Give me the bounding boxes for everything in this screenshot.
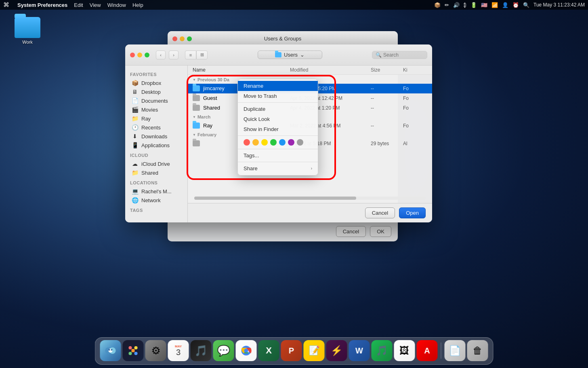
sidebar-documents-label: Documents bbox=[141, 98, 168, 104]
finder-scrollbar-thumb bbox=[194, 197, 356, 200]
user-icon[interactable]: 👤 bbox=[502, 2, 508, 8]
cm-item-show-in-finder[interactable]: Show in Finder bbox=[238, 124, 318, 134]
dock-item-calendar[interactable]: MAY 3 bbox=[168, 340, 189, 361]
sidebar-item-movies[interactable]: 🎬 Movies bbox=[127, 105, 186, 114]
finder-close-button[interactable] bbox=[130, 53, 135, 57]
volume-icon[interactable]: 🔊 bbox=[453, 2, 460, 8]
cm-item-duplicate[interactable]: Duplicate bbox=[238, 104, 318, 114]
dock-item-launchpad[interactable] bbox=[123, 340, 144, 361]
finder-search-input[interactable] bbox=[383, 52, 424, 58]
apple-menu[interactable]: ⌘ bbox=[3, 1, 9, 8]
sidebar-network-label: Network bbox=[141, 197, 161, 203]
dock-item-sysprefs[interactable]: ⚙ bbox=[145, 340, 166, 361]
dock-item-ppt[interactable]: P bbox=[281, 340, 302, 361]
desktop-folder-work[interactable]: Work bbox=[11, 17, 44, 44]
cm-item-rename[interactable]: Rename bbox=[238, 81, 318, 91]
rachels-mac-icon: 💻 bbox=[132, 188, 138, 195]
ug-minimize-button[interactable] bbox=[180, 36, 185, 41]
sidebar-movies-label: Movies bbox=[141, 107, 158, 113]
cm-color-blue[interactable] bbox=[279, 139, 286, 146]
dock-item-chrome[interactable] bbox=[236, 340, 257, 361]
dock-item-quicklook[interactable]: 📄 bbox=[445, 340, 466, 361]
menubar: ⌘ System Preferences Edit View Window He… bbox=[0, 0, 588, 10]
dock-item-acrobat[interactable]: A bbox=[417, 340, 438, 361]
dock-messages-icon: 💬 bbox=[213, 340, 234, 361]
sidebar-item-shared[interactable]: 📁 Shared bbox=[127, 168, 186, 177]
dock-item-preview[interactable]: 🖼 bbox=[394, 340, 415, 361]
section-label-february: February bbox=[197, 132, 216, 137]
dock-item-trash[interactable]: 🗑 bbox=[467, 340, 488, 361]
col-kind-header[interactable]: Ki bbox=[403, 67, 427, 73]
menubar-window[interactable]: Window bbox=[107, 2, 126, 8]
finder-cancel-button[interactable]: Cancel bbox=[365, 207, 395, 218]
ug-ok-button[interactable]: OK bbox=[370, 226, 391, 237]
cm-color-gray[interactable] bbox=[297, 139, 303, 146]
col-modified-header[interactable]: Modified bbox=[290, 67, 371, 73]
dock-chrome-icon bbox=[236, 340, 257, 361]
section-label-march: March bbox=[197, 114, 210, 119]
menubar-help[interactable]: Help bbox=[132, 2, 143, 8]
dock-finder-icon bbox=[100, 340, 121, 361]
sidebar-item-downloads[interactable]: ⬇ Downloads bbox=[127, 132, 186, 141]
sidebar-item-ray[interactable]: 📁 Ray bbox=[127, 114, 186, 123]
col-name-header[interactable]: Name bbox=[193, 67, 290, 73]
cm-item-tags[interactable]: Tags... bbox=[238, 150, 318, 161]
finder-search-icon: 🔍 bbox=[376, 52, 382, 58]
finder-scrollbar[interactable] bbox=[194, 197, 426, 200]
documents-sidebar-icon: 📄 bbox=[132, 97, 138, 104]
cm-item-quick-look[interactable]: Quick Look bbox=[238, 114, 318, 124]
wifi-icon[interactable]: 📶 bbox=[491, 2, 498, 8]
col-size-header[interactable]: Size bbox=[371, 67, 403, 73]
sidebar-item-icloud-drive[interactable]: ☁ iCloud Drive bbox=[127, 159, 186, 168]
menubar-edit[interactable]: Edit bbox=[74, 2, 83, 8]
sidebar-shared-label: Shared bbox=[141, 170, 158, 176]
cm-color-purple[interactable] bbox=[288, 139, 294, 146]
ug-zoom-button[interactable] bbox=[187, 36, 192, 41]
dock-item-notes[interactable]: 📝 bbox=[304, 340, 325, 361]
dock-item-word[interactable]: W bbox=[349, 340, 370, 361]
cm-item-move-to-trash[interactable]: Move to Trash bbox=[238, 91, 318, 101]
sidebar-item-recents[interactable]: 🕐 Recents bbox=[127, 123, 186, 132]
dock-item-slack[interactable]: ⚡ bbox=[326, 340, 347, 361]
finder-zoom-button[interactable] bbox=[145, 53, 149, 57]
sidebar-item-documents[interactable]: 📄 Documents bbox=[127, 96, 186, 105]
dock-item-music[interactable]: 🎵 bbox=[191, 340, 212, 361]
edit-icon: ✏ bbox=[445, 2, 449, 8]
cm-color-green[interactable] bbox=[270, 139, 277, 146]
dock-item-excel[interactable]: X bbox=[258, 340, 279, 361]
finder-search-box[interactable]: 🔍 bbox=[372, 51, 427, 59]
file-size-shared: -- bbox=[371, 105, 403, 111]
dock-item-finder[interactable] bbox=[100, 340, 121, 361]
search-icon[interactable]: 🔍 bbox=[523, 2, 529, 8]
section-triangle-february: ▼ bbox=[193, 133, 196, 137]
finder-path-pill[interactable]: Users ⌄ bbox=[258, 51, 322, 59]
cm-color-tags bbox=[238, 137, 318, 148]
cm-color-red[interactable] bbox=[244, 139, 250, 146]
file-icon-ray bbox=[193, 123, 200, 129]
menubar-app-name[interactable]: System Preferences bbox=[17, 2, 67, 8]
cm-color-yellow[interactable] bbox=[261, 139, 268, 146]
ug-close-button[interactable] bbox=[172, 36, 177, 41]
cm-color-orange[interactable] bbox=[252, 139, 259, 146]
menubar-view[interactable]: View bbox=[90, 2, 101, 8]
dock-item-spotify[interactable]: 🎵 bbox=[372, 340, 393, 361]
clock-icon: ⏰ bbox=[512, 2, 519, 8]
dock-acrobat-icon: A bbox=[417, 340, 438, 361]
sidebar-item-applications[interactable]: 📱 Applications bbox=[127, 141, 186, 150]
sidebar-item-rachels-mac[interactable]: 💻 Rachel's M... bbox=[127, 187, 186, 196]
cm-share-label: Share bbox=[244, 165, 258, 171]
finder-list-view-button[interactable]: ≡ bbox=[185, 51, 196, 59]
sidebar-item-network[interactable]: 🌐 Network bbox=[127, 196, 186, 205]
bluetooth-icon[interactable]: ₿ bbox=[464, 2, 466, 8]
finder-minimize-button[interactable] bbox=[137, 53, 142, 57]
sidebar-item-desktop[interactable]: 🖥 Desktop bbox=[127, 87, 186, 96]
finder-open-button[interactable]: Open bbox=[399, 207, 426, 218]
cm-item-share[interactable]: Share › bbox=[238, 163, 318, 173]
dropbox-icon[interactable]: 📦 bbox=[434, 2, 441, 8]
sidebar-item-dropbox[interactable]: 📦 Dropbox bbox=[127, 78, 186, 87]
finder-back-button[interactable]: ‹ bbox=[156, 51, 166, 59]
finder-grid-view-button[interactable]: ⊞ bbox=[196, 51, 208, 59]
ug-cancel-button[interactable]: Cancel bbox=[336, 226, 366, 237]
finder-forward-button[interactable]: › bbox=[169, 51, 178, 59]
dock-item-messages[interactable]: 💬 bbox=[213, 340, 234, 361]
